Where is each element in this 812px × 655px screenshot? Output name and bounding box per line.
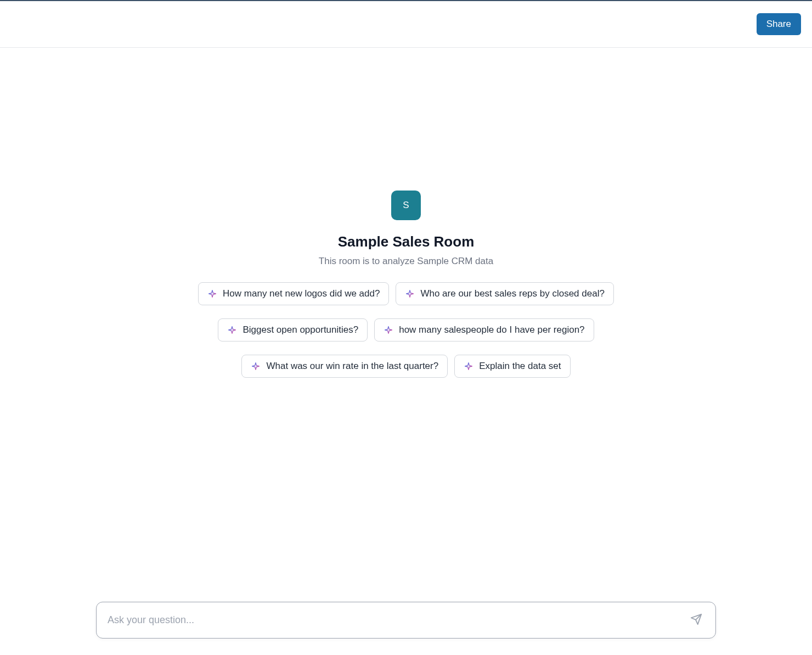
question-input[interactable] — [108, 614, 688, 626]
send-icon — [690, 613, 702, 627]
prompts-container: How many net new logos did we add? — [187, 282, 625, 384]
prompt-button-4[interactable]: What was our win rate in the last quarte… — [241, 355, 448, 378]
input-bar-wrapper — [96, 602, 716, 639]
prompt-row: What was our win rate in the last quarte… — [187, 355, 625, 378]
prompt-button-2[interactable]: Biggest open opportunities? — [218, 318, 368, 342]
sparkle-icon — [207, 289, 217, 299]
input-bar — [96, 602, 716, 639]
prompt-label: How many net new logos did we add? — [223, 288, 380, 299]
prompt-button-0[interactable]: How many net new logos did we add? — [198, 282, 389, 305]
prompt-button-1[interactable]: Who are our best sales reps by closed de… — [396, 282, 613, 305]
prompt-row: Biggest open opportunities? how man — [187, 318, 625, 342]
prompt-button-5[interactable]: Explain the data set — [454, 355, 570, 378]
sparkle-icon — [227, 325, 237, 335]
send-button[interactable] — [688, 611, 704, 629]
prompt-label: Explain the data set — [479, 361, 561, 372]
room-subtitle: This room is to analyze Sample CRM data — [319, 256, 493, 267]
sparkle-icon — [405, 289, 415, 299]
room-avatar: S — [391, 191, 421, 220]
sparkle-icon — [464, 361, 473, 371]
main-content: S Sample Sales Room This room is to anal… — [0, 48, 812, 384]
room-title: Sample Sales Room — [338, 233, 475, 250]
sparkle-icon — [251, 361, 261, 371]
room-avatar-initial: S — [403, 200, 409, 211]
prompt-label: how many salespeople do I have per regio… — [399, 324, 584, 335]
share-button[interactable]: Share — [757, 13, 801, 35]
header: Share — [0, 1, 812, 48]
sparkle-icon — [384, 325, 393, 335]
prompt-label: Biggest open opportunities? — [243, 324, 358, 335]
prompt-row: How many net new logos did we add? — [187, 282, 625, 305]
prompt-label: What was our win rate in the last quarte… — [266, 361, 438, 372]
prompt-label: Who are our best sales reps by closed de… — [420, 288, 604, 299]
prompt-button-3[interactable]: how many salespeople do I have per regio… — [374, 318, 594, 342]
